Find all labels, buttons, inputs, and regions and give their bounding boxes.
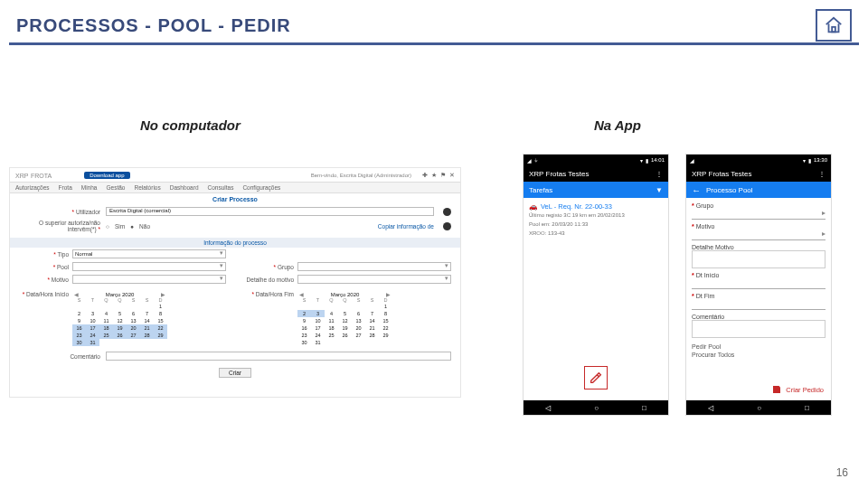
save-icon: [771, 384, 782, 395]
col-heading-desktop: No computador: [140, 117, 241, 133]
calendar-end[interactable]: ◀Março 2020▶ STQQSSD 1 2345678 910111213…: [297, 291, 392, 346]
battery-icon: ▮: [646, 157, 648, 164]
ph-title-text: XRP Frotas Testes: [529, 170, 589, 178]
dt-logo-sub: FROTA: [31, 173, 52, 179]
star-icon[interactable]: ★: [431, 172, 437, 179]
plus-icon[interactable]: ✚: [422, 172, 428, 179]
ph-section-bar: Tarefas ▼: [524, 182, 668, 198]
ph-statusbar: ◢⏚ ▾▮14:01: [524, 155, 668, 165]
input-comentario[interactable]: [106, 352, 451, 361]
sel-motivo[interactable]: [72, 275, 226, 284]
nav-item[interactable]: Relatórios: [134, 184, 160, 191]
nav-item[interactable]: Frota: [59, 184, 72, 191]
home-nav-icon[interactable]: ○: [594, 404, 599, 412]
home-icon: [823, 15, 844, 35]
lbl-utilizador: Utilizador: [76, 209, 100, 215]
ph-section-bar: ← Processo Pool: [686, 182, 831, 198]
task-meta-1: Último registo 3C 19 km em 20/02/2013: [529, 212, 663, 220]
sel-tipo[interactable]: Normal: [72, 249, 226, 258]
back-icon[interactable]: ◁: [708, 404, 713, 412]
cal-grid-2: STQQSSD 1 2345678 9101112131415 16171819…: [297, 297, 392, 346]
link-copiar[interactable]: Copiar informação de: [378, 223, 434, 230]
dt-user-label: Bem-vindo, Escrita Digital (Administrado…: [311, 173, 411, 178]
wifi-icon: ▾: [640, 157, 643, 164]
nav-item[interactable]: Consultas: [208, 184, 234, 191]
inp-dtinicio[interactable]: [692, 278, 826, 289]
ph-section-text: Processo Pool: [706, 186, 753, 194]
dt-logo: XRP FROTA: [15, 171, 52, 180]
sel-pool[interactable]: [72, 262, 226, 271]
calendar-start[interactable]: ◀Março 2020▶ STQQSSD 1 2345678 910111213…: [72, 291, 167, 346]
slide-title-bar: PROCESSOS - POOL - PEDIR: [9, 9, 859, 45]
dt-download-btn[interactable]: Download app: [84, 172, 129, 179]
back-arrow-icon[interactable]: ←: [692, 185, 701, 195]
gear-icon[interactable]: [443, 222, 451, 230]
close-icon[interactable]: ✕: [449, 172, 455, 179]
slide-title: PROCESSOS - POOL - PEDIR: [16, 15, 291, 36]
nav-item[interactable]: Gestão: [106, 184, 125, 191]
task-link[interactable]: 🚗VeL - Req. Nr. 22-00-33: [529, 202, 663, 211]
dt-logo-main: XRP: [15, 173, 28, 179]
menu-icon[interactable]: ⋮: [818, 170, 826, 178]
ph-titlebar: XRP Frotas Testes ⋮: [524, 165, 668, 182]
ph-titlebar: XRP Frotas Testes ⋮: [686, 165, 831, 182]
filter-icon[interactable]: ▼: [656, 186, 663, 194]
battery-icon: ▮: [808, 157, 811, 164]
edit-icon: [589, 371, 603, 385]
inp-dtfim[interactable]: [692, 299, 826, 310]
flag-icon[interactable]: ⚑: [440, 172, 446, 179]
phone-form: ◢ ▾▮13:30 XRP Frotas Testes ⋮ ← Processo…: [685, 154, 832, 416]
back-icon[interactable]: ◁: [545, 404, 551, 412]
inp-motivo[interactable]: [692, 230, 826, 240]
wifi-icon: ▾: [803, 157, 806, 164]
car-icon: 🚗: [529, 202, 537, 211]
btn-criar[interactable]: Criar: [219, 368, 251, 378]
nav-item[interactable]: Minha: [81, 184, 98, 191]
dt-toolbar-icons: ✚★⚑✕: [422, 172, 455, 179]
lbl-autoriz: O superior autoriza/não intervêm(*): [39, 220, 100, 232]
inp-coment[interactable]: [692, 320, 826, 338]
phone-tasks: ◢⏚ ▾▮14:01 XRP Frotas Testes ⋮ Tarefas ▼…: [523, 154, 669, 416]
nav-item[interactable]: Configurações: [242, 184, 280, 191]
sel-grupo[interactable]: [297, 262, 451, 271]
android-navbar: ◁ ○ □: [524, 400, 668, 415]
home-button[interactable]: [816, 9, 852, 42]
ph-section-text: Tarefas: [529, 186, 552, 194]
col-heading-app: Na App: [594, 117, 641, 133]
home-nav-icon[interactable]: ○: [757, 404, 761, 412]
dt-section-title: Criar Processo: [10, 193, 460, 205]
recent-icon[interactable]: □: [805, 404, 809, 412]
link-pedir-pool[interactable]: Pedir Pool: [692, 343, 826, 350]
cal-grid-1: STQQSSD 1 2345678 9101112131415 16171819…: [72, 297, 167, 346]
recent-icon[interactable]: □: [642, 404, 646, 412]
page-number: 16: [836, 466, 848, 479]
nav-item[interactable]: Dashboard: [170, 184, 199, 191]
radio-group[interactable]: ○ Sim ● Não: [106, 223, 150, 230]
inp-grupo[interactable]: [692, 209, 826, 220]
ph-statusbar: ◢ ▾▮13:30: [686, 155, 831, 165]
svg-rect-0: [832, 27, 835, 33]
android-navbar: ◁ ○ □: [686, 400, 831, 415]
link-procurar[interactable]: Procurar Todos: [692, 352, 826, 358]
info-bar: Informação do processo: [10, 238, 460, 248]
dt-nav: Autorizações Frota Minha Gestão Relatóri…: [10, 182, 460, 193]
menu-icon[interactable]: ⋮: [656, 170, 663, 178]
gear-icon[interactable]: [443, 208, 451, 216]
btn-criar-pedido[interactable]: Criar Pedido: [771, 384, 824, 395]
fab-new[interactable]: [584, 366, 608, 389]
inp-detalhe[interactable]: [692, 250, 826, 268]
wifi-icon: ⏚: [534, 157, 538, 163]
ph-title-text: XRP Frotas Testes: [692, 170, 751, 178]
desktop-screenshot: XRP FROTA Download app Bem-vindo, Escrit…: [9, 167, 461, 398]
inp-detalhe[interactable]: [297, 275, 451, 284]
nav-item[interactable]: Autorizações: [15, 184, 50, 191]
task-meta-3: XROO: 133-43: [529, 230, 663, 238]
input-utilizador[interactable]: Escrita Digital (comercial): [106, 207, 434, 216]
dt-header: XRP FROTA Download app Bem-vindo, Escrit…: [10, 168, 460, 182]
task-meta-2: Pool em: 20/03/20 11:33: [529, 221, 663, 229]
